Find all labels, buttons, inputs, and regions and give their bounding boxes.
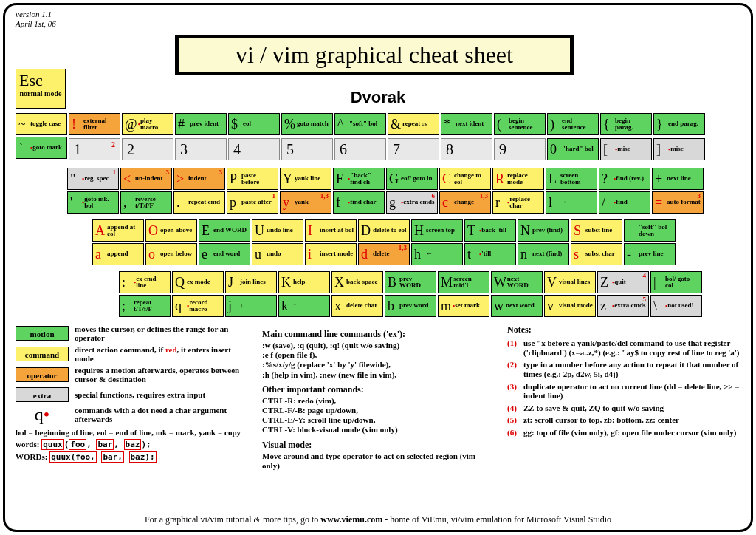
legend-operator: operator xyxy=(16,367,69,382)
notes-column: Notes: (1)use "x before a yank/paste/del… xyxy=(507,324,743,437)
key-[: [•misc xyxy=(600,138,652,160)
key-O: Oopen above xyxy=(145,219,197,242)
legend-text-operator: requires a motion afterwards, operates b… xyxy=(75,366,252,384)
note-text: type in a number before any action to re… xyxy=(523,360,743,378)
footer: For a graphical vi/vim tutorial & more t… xyxy=(5,514,751,525)
key-=: =auto format3 xyxy=(652,191,704,214)
legend-motion: motion xyxy=(16,326,69,341)
key-n: nnext (find) xyxy=(518,243,569,265)
key-Y: Yyank line xyxy=(280,168,331,190)
key-B: Bprev WORD xyxy=(385,271,436,293)
WORDs-example: WORDs: quux(foo, bar, baz); xyxy=(16,452,252,462)
version-block: version 1.1 April 1st, 06 xyxy=(16,10,56,29)
key-~: ~toggle case xyxy=(16,113,67,135)
key-%: %goto match xyxy=(281,113,333,135)
key-d: ddelete1,3 xyxy=(358,243,410,265)
note-text: use "x before a yank/paste/del command t… xyxy=(523,338,743,357)
key-u: uundo xyxy=(252,243,303,265)
key-*: *next ident xyxy=(441,113,492,135)
numkey-3: 3 xyxy=(175,138,227,160)
key-l: l→ xyxy=(546,191,597,214)
numkey-9: 9 xyxy=(494,138,546,160)
ex-cmds-heading: Main command line commands ('ex'): xyxy=(262,329,491,340)
abbrev: bol = beginning of line, eol = end of li… xyxy=(16,428,252,437)
version-date: April 1st, 06 xyxy=(16,19,56,29)
key-+: +next line xyxy=(652,168,704,190)
key-:: :•ex cmd line xyxy=(119,271,171,293)
key-a: aappend xyxy=(92,243,144,265)
key-i: iinsert mode xyxy=(305,243,357,265)
note-num: (4) xyxy=(507,403,523,413)
key-G: Geof/ goto ln xyxy=(386,168,438,190)
key-N: Nprev (find) xyxy=(518,219,569,242)
other-cmds-heading: Other important comands: xyxy=(262,384,491,395)
key-!: !external filter xyxy=(69,113,120,135)
note-num: (6) xyxy=(507,428,523,437)
note-text: zt: scroll cursor to top, zb: bottom, zz… xyxy=(523,415,679,425)
key-R: Rreplace mode xyxy=(492,168,544,190)
legend-extra: extra xyxy=(16,387,69,402)
words-label: words: xyxy=(16,440,39,449)
key-H: Hscreen top xyxy=(411,219,463,242)
key-m: m•set mark xyxy=(438,295,489,317)
key-k: k↑ xyxy=(278,295,330,317)
key-V: Vvisual lines xyxy=(544,271,596,293)
page: version 1.1 April 1st, 06 vi / vim graph… xyxy=(3,3,753,532)
version-text: version 1.1 xyxy=(16,10,56,19)
key-e: eend word xyxy=(199,243,250,265)
esc-label: normal mode xyxy=(19,90,62,98)
key-@: @•play macro xyxy=(122,113,173,135)
key-P: Ppaste before xyxy=(227,168,278,190)
note-text: gg: top of file (vim only), gf: open fil… xyxy=(523,428,736,437)
key-f: f•find char xyxy=(333,191,385,214)
ex-cmds-text: :w (save), :q (quit), :q! (quit w/o savi… xyxy=(262,341,491,380)
numkey-2: 2 xyxy=(122,138,173,160)
key-y: yyank1,3 xyxy=(280,191,331,214)
key-W: Wnext WORD xyxy=(491,271,543,293)
esc-key: Esc normal mode xyxy=(16,69,66,109)
key-c: cchange1,3 xyxy=(439,191,491,214)
q-dot-sym: q• xyxy=(16,405,69,425)
key-(: (begin sentence xyxy=(494,113,546,135)
key->: >indent3 xyxy=(173,168,225,190)
key-r: r•replace char xyxy=(492,191,544,214)
legend-command: command xyxy=(16,347,69,361)
words-example: words: quux(foo, bar, baz); xyxy=(16,440,252,449)
legend-text-command: direct action command, if red, it enters… xyxy=(75,345,252,363)
key-X: Xback-space xyxy=(331,271,383,293)
key-.: .repeat cmd xyxy=(173,191,225,214)
key-T: T•back 'till xyxy=(464,219,516,242)
key-}: }end parag. xyxy=(653,113,705,135)
note-num: (2) xyxy=(507,360,523,378)
subtitle: Dvorak xyxy=(5,88,751,107)
key-w: wnext word xyxy=(491,295,543,317)
key-^: ^"soft" bol xyxy=(334,113,386,135)
key-`: `•goto mark xyxy=(16,137,67,159)
note-text: ZZ to save & quit, ZQ to quit w/o saving xyxy=(523,403,664,413)
numkey-7: 7 xyxy=(388,138,439,160)
key-': '•goto mk. bol xyxy=(67,191,119,214)
key-{: {begin parag. xyxy=(600,113,652,135)
key-z: z•extra cmds5 xyxy=(597,295,649,317)
key-j: j↓ xyxy=(225,295,277,317)
key-": "•reg. spec1 xyxy=(67,168,119,190)
key-0: 0"hard" bol xyxy=(547,138,599,160)
number-row-lower: 12234567890"hard" bol[•misc]•misc xyxy=(69,138,705,160)
key-,: ,reverse t/T/f/F xyxy=(120,191,172,214)
key-o: oopen below xyxy=(145,243,197,265)
notes-heading: Notes: xyxy=(507,324,743,335)
key-g: g•extra cmds6 xyxy=(386,191,438,214)
numkey-4: 4 xyxy=(228,138,280,160)
WORDs-label: WORDs: xyxy=(16,452,47,461)
title: vi / vim graphical cheat sheet xyxy=(175,35,574,75)
key-): )end sentence xyxy=(547,113,599,135)
top-letter-row: "•reg. spec1'•goto mk. bol<un-indent3,re… xyxy=(67,168,704,214)
key-;: ;repeat t/T/f/F xyxy=(119,295,171,317)
numkey-5: 5 xyxy=(281,138,333,160)
key-K: Khelp xyxy=(278,271,330,293)
key-#: #prev ident xyxy=(175,113,227,135)
commands-column: Main command line commands ('ex'): :w (s… xyxy=(262,324,491,471)
key-?: ?•find (rev.) xyxy=(599,168,650,190)
key-E: Eend WORD xyxy=(199,219,250,242)
key-]: ]•misc xyxy=(653,138,705,160)
